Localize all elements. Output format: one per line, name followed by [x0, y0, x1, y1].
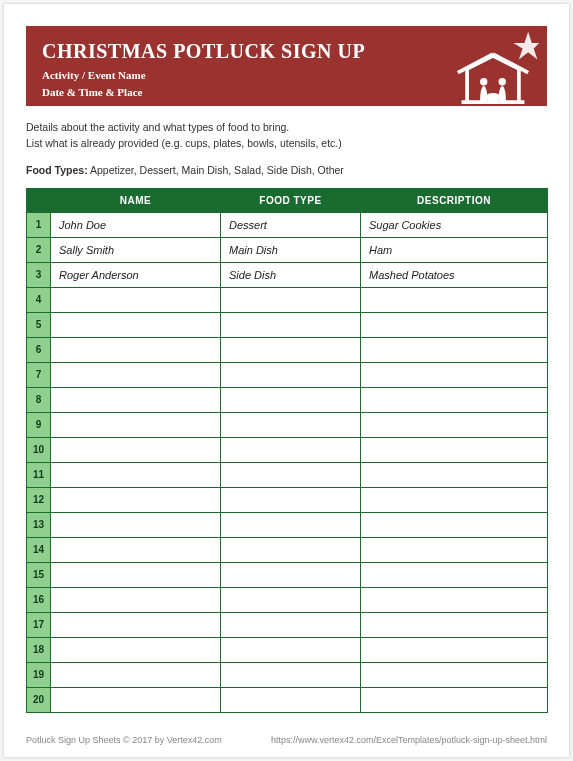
table-row: 11 [27, 462, 548, 487]
cell-name[interactable]: John Doe [51, 212, 221, 237]
row-number: 13 [27, 512, 51, 537]
cell-name[interactable] [51, 637, 221, 662]
cell-food-type[interactable] [221, 512, 361, 537]
cell-description[interactable] [361, 612, 548, 637]
table-row: 9 [27, 412, 548, 437]
row-number: 16 [27, 587, 51, 612]
row-number: 11 [27, 462, 51, 487]
cell-name[interactable] [51, 687, 221, 712]
cell-name[interactable] [51, 387, 221, 412]
table-row: 17 [27, 612, 548, 637]
cell-name[interactable] [51, 287, 221, 312]
row-number: 12 [27, 487, 51, 512]
cell-description[interactable] [361, 437, 548, 462]
cell-description[interactable] [361, 537, 548, 562]
cell-food-type[interactable] [221, 362, 361, 387]
cell-description[interactable]: Ham [361, 237, 548, 262]
table-row: 5 [27, 312, 548, 337]
cell-description[interactable] [361, 662, 548, 687]
cell-name[interactable] [51, 562, 221, 587]
cell-description[interactable] [361, 412, 548, 437]
cell-name[interactable] [51, 662, 221, 687]
cell-name[interactable] [51, 437, 221, 462]
cell-description[interactable] [361, 337, 548, 362]
document-page: CHRISTMAS POTLUCK SIGN UP Activity / Eve… [4, 4, 569, 757]
svg-marker-0 [513, 32, 539, 60]
food-types-list: Appetizer, Dessert, Main Dish, Salad, Si… [90, 164, 344, 176]
table-row: 1John DoeDessertSugar Cookies [27, 212, 548, 237]
cell-food-type[interactable] [221, 612, 361, 637]
cell-food-type[interactable]: Side Dish [221, 262, 361, 287]
cell-food-type[interactable] [221, 462, 361, 487]
cell-name[interactable] [51, 537, 221, 562]
cell-name[interactable] [51, 337, 221, 362]
cell-description[interactable] [361, 637, 548, 662]
cell-food-type[interactable] [221, 687, 361, 712]
cell-description[interactable] [361, 462, 548, 487]
cell-description[interactable] [361, 562, 548, 587]
cell-description[interactable] [361, 362, 548, 387]
cell-food-type[interactable] [221, 412, 361, 437]
table-row: 10 [27, 437, 548, 462]
cell-name[interactable] [51, 462, 221, 487]
cell-food-type[interactable] [221, 637, 361, 662]
signup-table: NAME FOOD TYPE DESCRIPTION 1John DoeDess… [26, 188, 548, 713]
row-number: 1 [27, 212, 51, 237]
row-number: 15 [27, 562, 51, 587]
row-number: 19 [27, 662, 51, 687]
row-number: 17 [27, 612, 51, 637]
cell-name[interactable] [51, 612, 221, 637]
header-banner: CHRISTMAS POTLUCK SIGN UP Activity / Eve… [26, 26, 547, 106]
header-description: DESCRIPTION [361, 188, 548, 212]
footer: Potluck Sign Up Sheets © 2017 by Vertex4… [26, 735, 547, 745]
cell-name[interactable]: Sally Smith [51, 237, 221, 262]
cell-description[interactable] [361, 687, 548, 712]
table-row: 7 [27, 362, 548, 387]
cell-food-type[interactable] [221, 387, 361, 412]
row-number: 5 [27, 312, 51, 337]
row-number: 3 [27, 262, 51, 287]
cell-food-type[interactable] [221, 562, 361, 587]
cell-description[interactable] [361, 312, 548, 337]
svg-rect-7 [487, 97, 498, 103]
cell-description[interactable] [361, 587, 548, 612]
cell-food-type[interactable]: Dessert [221, 212, 361, 237]
cell-name[interactable] [51, 412, 221, 437]
cell-description[interactable] [361, 287, 548, 312]
cell-food-type[interactable] [221, 287, 361, 312]
cell-description[interactable]: Sugar Cookies [361, 212, 548, 237]
cell-food-type[interactable] [221, 587, 361, 612]
cell-name[interactable] [51, 312, 221, 337]
row-number: 4 [27, 287, 51, 312]
cell-food-type[interactable] [221, 487, 361, 512]
cell-name[interactable]: Roger Anderson [51, 262, 221, 287]
cell-description[interactable]: Mashed Potatoes [361, 262, 548, 287]
cell-food-type[interactable]: Main Dish [221, 237, 361, 262]
intro-text: Details about the activity and what type… [26, 120, 547, 152]
header-name: NAME [51, 188, 221, 212]
cell-food-type[interactable] [221, 312, 361, 337]
row-number: 2 [27, 237, 51, 262]
cell-name[interactable] [51, 362, 221, 387]
table-row: 6 [27, 337, 548, 362]
table-row: 15 [27, 562, 548, 587]
cell-food-type[interactable] [221, 437, 361, 462]
cell-description[interactable] [361, 387, 548, 412]
cell-food-type[interactable] [221, 537, 361, 562]
row-number: 18 [27, 637, 51, 662]
cell-name[interactable] [51, 487, 221, 512]
cell-description[interactable] [361, 512, 548, 537]
row-number: 8 [27, 387, 51, 412]
cell-food-type[interactable] [221, 662, 361, 687]
table-row: 20 [27, 687, 548, 712]
cell-name[interactable] [51, 587, 221, 612]
intro-line-1: Details about the activity and what type… [26, 120, 547, 136]
row-number: 10 [27, 437, 51, 462]
footer-copyright: Potluck Sign Up Sheets © 2017 by Vertex4… [26, 735, 222, 745]
cell-name[interactable] [51, 512, 221, 537]
cell-description[interactable] [361, 487, 548, 512]
table-row: 16 [27, 587, 548, 612]
cell-food-type[interactable] [221, 337, 361, 362]
table-row: 19 [27, 662, 548, 687]
header-number [27, 188, 51, 212]
